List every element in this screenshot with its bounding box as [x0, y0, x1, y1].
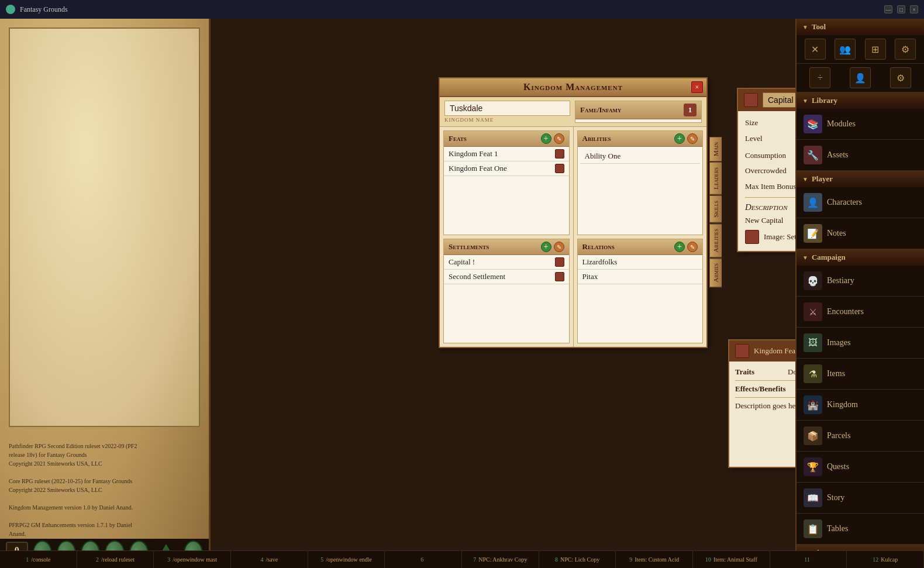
- status-item-3[interactable]: 3 /openwindow mast: [154, 551, 231, 568]
- status-item-9[interactable]: 9 Item: Custom Acid: [616, 551, 693, 568]
- sidebar-item-encounters[interactable]: ⚔ Encounters: [797, 297, 924, 328]
- tool-dice-icon[interactable]: ✕: [805, 39, 826, 60]
- sidebar-item-story[interactable]: 📖 Story: [797, 483, 924, 514]
- settlement-item-1[interactable]: Capital !: [444, 255, 569, 270]
- status-item-11[interactable]: 11: [770, 551, 847, 568]
- sidebar-item-quests-label: Quests: [827, 462, 849, 471]
- sidebar-library-header[interactable]: ▼ Library: [797, 92, 924, 109]
- status-num-6: 6: [420, 556, 423, 563]
- sidebar-item-characters[interactable]: 👤 Characters: [797, 187, 924, 218]
- status-label-8: NPC: Lich Copy: [560, 556, 599, 563]
- tool-gear-icon[interactable]: ⚙: [890, 67, 911, 88]
- journal-area: [9, 27, 200, 427]
- credit-line-1: Pathfinder RPG Second Edition ruleset v2…: [9, 442, 200, 450]
- relation-name-1: Lizardfolks: [582, 257, 618, 267]
- sidebar-item-tables-label: Tables: [827, 524, 848, 533]
- sidebar-item-notes[interactable]: 📝 Notes: [797, 218, 924, 249]
- status-bar: 1 /console 2 /reload ruleset 3 /openwind…: [0, 550, 924, 568]
- abilities-edit-button[interactable]: ✎: [687, 133, 698, 144]
- tool-settings-icon[interactable]: ⚙: [895, 39, 916, 60]
- credit-line-6: Kingdom Management version 1.0 by Daniel…: [9, 503, 200, 512]
- settlements-list: Capital ! Second Settlement: [444, 255, 569, 343]
- feats-header: Feats + ✎: [444, 131, 569, 147]
- status-item-4[interactable]: 4 /save: [231, 551, 308, 568]
- sidebar-item-quests[interactable]: 🏆 Quests: [797, 452, 924, 483]
- capital-name-input[interactable]: [763, 92, 795, 108]
- settlements-add-button[interactable]: +: [541, 242, 551, 252]
- feat-name-display: Kingdom Feat One: [754, 346, 795, 356]
- sidebar-item-encounters-label: Encounters: [827, 307, 864, 316]
- km-tab-armies[interactable]: Armies: [709, 258, 722, 287]
- feat-name-2: Kingdom Feat One: [449, 164, 507, 173]
- status-num-7: 7: [473, 556, 476, 563]
- tool-grid-icon[interactable]: ⊞: [865, 39, 886, 60]
- capital-divider: [745, 197, 795, 198]
- sidebar-item-bestiary-label: Bestiary: [827, 276, 854, 285]
- feats-add-button[interactable]: +: [541, 133, 551, 144]
- tool-divide-icon[interactable]: ÷: [809, 67, 830, 88]
- capital-consumption-label: Consumption: [745, 151, 795, 160]
- km-tab-leaders[interactable]: Leaders: [709, 162, 722, 195]
- status-item-8[interactable]: 8 NPC: Lich Copy: [539, 551, 616, 568]
- settlement-item-2[interactable]: Second Settlement: [444, 270, 569, 284]
- tool-party-icon[interactable]: 👥: [835, 39, 856, 60]
- relations-edit-button[interactable]: ✎: [687, 242, 698, 252]
- status-num-1: 1: [26, 556, 29, 563]
- title-bar: Fantasy Grounds — □ ×: [0, 0, 924, 19]
- sidebar-item-kingdom[interactable]: 🏰 Kingdom: [797, 390, 924, 421]
- close-button[interactable]: ×: [910, 5, 918, 13]
- km-close-button[interactable]: ×: [691, 81, 703, 93]
- sidebar-item-bestiary[interactable]: 💀 Bestiary: [797, 266, 924, 297]
- settlement-icon-2: [555, 272, 564, 281]
- relation-item-1[interactable]: Lizardfolks: [578, 255, 703, 270]
- abilities-add-button[interactable]: +: [674, 133, 685, 144]
- capital-size-label: Size: [745, 118, 795, 128]
- status-item-6[interactable]: 6: [385, 551, 462, 568]
- km-tab-main[interactable]: Main: [709, 137, 722, 161]
- sidebar-item-images[interactable]: 🖼 Images: [797, 328, 924, 359]
- settlements-edit-button[interactable]: ✎: [554, 242, 564, 252]
- sidebar-item-story-label: Story: [827, 493, 844, 502]
- feat-item-1[interactable]: Kingdom Feat 1: [444, 147, 569, 161]
- maximize-button[interactable]: □: [897, 5, 905, 13]
- sidebar-player-header[interactable]: ▼ Player: [797, 171, 924, 187]
- parcels-icon: 📦: [804, 426, 822, 445]
- km-tab-abilities[interactable]: Abilities: [709, 223, 722, 257]
- feats-edit-button[interactable]: ✎: [554, 133, 564, 144]
- sidebar-item-items-label: Items: [827, 369, 845, 378]
- status-label-9: Item: Custom Acid: [635, 556, 679, 563]
- ability-item-1[interactable]: Ability One: [580, 149, 701, 164]
- sidebar-campaign-header[interactable]: ▼ Campaign: [797, 249, 924, 266]
- sidebar-item-modules[interactable]: 📚 Modules: [797, 109, 924, 140]
- kingdom-name-input[interactable]: [444, 101, 570, 116]
- km-name-label: KINGDOM NAME: [444, 117, 570, 123]
- status-item-7[interactable]: 7 NPC: Ankhrav Copy: [462, 551, 539, 568]
- tool-arrow-icon: ▼: [802, 24, 808, 30]
- relations-add-button[interactable]: +: [674, 242, 685, 252]
- status-num-5: 5: [320, 556, 323, 563]
- sidebar-item-tables[interactable]: 📋 Tables: [797, 514, 924, 545]
- status-item-5[interactable]: 5 /openwindow endle: [308, 551, 385, 568]
- feats-btns: + ✎: [541, 133, 564, 144]
- player-items: 👤 Characters 📝 Notes: [797, 187, 924, 249]
- abilities-section: Abilities + ✎ Ability One: [577, 130, 704, 235]
- campaign-arrow-icon: ▼: [802, 254, 808, 261]
- app-icon: [6, 5, 15, 14]
- km-tab-skills[interactable]: Skills: [709, 195, 722, 223]
- feat-item-2[interactable]: Kingdom Feat One: [444, 161, 569, 176]
- status-item-12[interactable]: 12 Kulcap: [847, 551, 924, 568]
- sidebar-item-parcels[interactable]: 📦 Parcels: [797, 421, 924, 452]
- encounters-icon: ⚔: [804, 302, 822, 321]
- status-num-3: 3: [167, 556, 170, 563]
- sidebar-item-items[interactable]: ⚗ Items: [797, 359, 924, 390]
- sidebar-tool-header[interactable]: ▼ Tool: [797, 19, 924, 35]
- status-item-1[interactable]: 1 /console: [0, 551, 77, 568]
- status-item-10[interactable]: 10 Item: Animal Staff: [693, 551, 770, 568]
- minimize-button[interactable]: —: [884, 5, 892, 13]
- km-name-section: KINGDOM NAME Fame/Infamy 1: [440, 97, 706, 127]
- tool-user-icon[interactable]: 👤: [850, 67, 871, 88]
- sidebar-item-assets[interactable]: 🔧 Assets: [797, 140, 924, 171]
- status-item-2[interactable]: 2 /reload ruleset: [77, 551, 154, 568]
- relation-item-2[interactable]: Pitax: [578, 270, 703, 284]
- right-sidebar: ▼ Tool ✕ 👥 ⊞ ⚙ ÷ 👤 ⚙ ▼ Library 📚 Modules…: [795, 19, 924, 568]
